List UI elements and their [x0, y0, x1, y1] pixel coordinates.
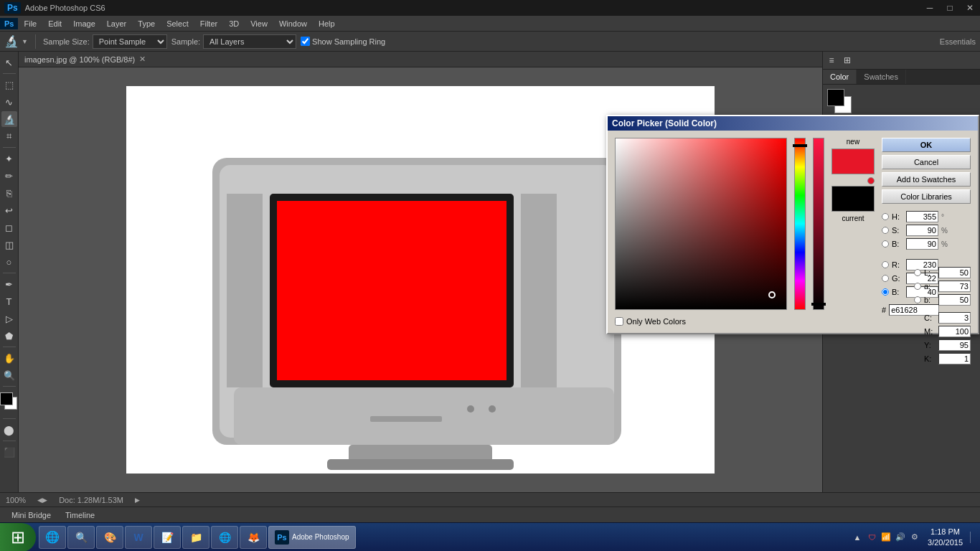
tool-gradient[interactable]: ◫	[1, 237, 17, 253]
b2-radio[interactable]	[882, 288, 889, 296]
menu-image[interactable]: Image	[67, 18, 101, 29]
taskbar-item-explorer[interactable]: 📁	[182, 526, 209, 549]
systray-volume[interactable]: 🔊	[895, 532, 906, 543]
systray-clock[interactable]: 1:18 PM 3/20/2015	[923, 527, 967, 547]
tool-crop[interactable]: ⌗	[1, 128, 17, 144]
menu-filter[interactable]: Filter	[194, 18, 223, 29]
a-radio[interactable]	[914, 283, 921, 290]
menu-select[interactable]: Select	[161, 18, 194, 29]
tool-history-brush[interactable]: ↩	[1, 202, 17, 218]
systray-antivirus[interactable]: 🛡	[866, 532, 877, 543]
r-radio[interactable]	[882, 261, 889, 268]
c-input[interactable]: 3	[938, 312, 971, 324]
h-radio[interactable]	[882, 213, 889, 220]
tool-brush[interactable]: ✏	[1, 168, 17, 184]
essentials-label[interactable]: Essentials	[940, 37, 976, 46]
cancel-button[interactable]: Cancel	[882, 155, 971, 169]
show-sampling-checkbox[interactable]	[301, 37, 310, 46]
tool-quick-mask[interactable]: ⬤	[1, 422, 17, 438]
menu-help[interactable]: Help	[313, 18, 341, 29]
menu-ps[interactable]: Ps	[0, 18, 18, 29]
start-button[interactable]: ⊞	[0, 523, 36, 552]
eyedropper-icon[interactable]: 🔬	[4, 34, 19, 48]
b-radio[interactable]	[882, 240, 889, 248]
status-arrows[interactable]: ◀▶	[37, 496, 47, 504]
fg-swatch-panel[interactable]	[827, 89, 844, 106]
tool-move[interactable]: ↖	[1, 55, 17, 70]
tool-clone[interactable]: ⎘	[1, 185, 17, 201]
k-input[interactable]: 1	[938, 353, 971, 364]
l-input[interactable]: 50	[938, 267, 971, 278]
tool-path-select[interactable]: ▷	[1, 311, 17, 326]
fg-bg-swatches-panel[interactable]	[827, 89, 856, 118]
menu-3d[interactable]: 3D	[223, 18, 245, 29]
fg-bg-swatches[interactable]	[0, 392, 19, 413]
b3-input[interactable]: 50	[938, 294, 971, 306]
taskbar-item-paint[interactable]: 🎨	[96, 526, 123, 549]
menu-window[interactable]: Window	[273, 18, 313, 29]
tool-eraser[interactable]: ◻	[1, 220, 17, 235]
tab-timeline[interactable]: Timeline	[58, 509, 102, 521]
ok-button[interactable]: OK	[882, 138, 971, 152]
s-radio[interactable]	[882, 227, 889, 234]
doc-tab-close[interactable]: ✕	[139, 55, 146, 64]
tab-mini-bridge[interactable]: Mini Bridge	[4, 509, 58, 521]
show-sampling-label[interactable]: Show Sampling Ring	[301, 37, 385, 46]
systray-network[interactable]: 📶	[880, 532, 892, 543]
tool-text[interactable]: T	[1, 293, 17, 309]
taskbar-item-search[interactable]: 🔍	[67, 526, 95, 549]
current-color-swatch[interactable]	[831, 186, 875, 212]
b3-radio[interactable]	[914, 296, 921, 303]
sample-select[interactable]: All Layers Current Layer	[203, 34, 296, 49]
taskbar-item-firefox[interactable]: 🦊	[240, 526, 267, 549]
menu-view[interactable]: View	[245, 18, 273, 29]
taskbar-item-notes[interactable]: 📝	[154, 526, 181, 549]
gradient-picker[interactable]	[615, 138, 787, 310]
menu-layer[interactable]: Layer	[101, 18, 133, 29]
add-to-swatches-button[interactable]: Add to Swatches	[882, 172, 971, 187]
tool-screen-mode[interactable]: ⬛	[1, 444, 17, 460]
tool-zoom[interactable]: 🔍	[1, 367, 17, 383]
g-radio[interactable]	[882, 275, 889, 282]
systray-update[interactable]: ⚙	[909, 532, 920, 543]
tool-spot-heal[interactable]: ✦	[1, 151, 17, 166]
new-color-swatch[interactable]	[831, 149, 875, 174]
menu-file[interactable]: File	[18, 18, 42, 29]
taskbar-item-word[interactable]: W	[125, 526, 152, 549]
alpha-slider[interactable]	[813, 138, 824, 310]
tool-eyedropper[interactable]: 🔬	[1, 111, 17, 127]
sample-size-select[interactable]: Point Sample 3 by 3 Average 5 by 5 Avera…	[93, 34, 167, 49]
fg-color-swatch[interactable]	[0, 392, 13, 405]
tool-shape[interactable]: ⬟	[1, 328, 17, 344]
tool-marquee-rect[interactable]: ⬚	[1, 77, 17, 93]
taskbar-item-chrome[interactable]: 🌐	[211, 526, 238, 549]
s-input[interactable]: 90	[906, 225, 938, 236]
taskbar-item-ie[interactable]: 🌐	[39, 526, 66, 549]
m-input[interactable]: 100	[938, 326, 971, 337]
taskbar-item-photoshop[interactable]: Ps Adobe Photoshop	[268, 526, 356, 549]
l-radio[interactable]	[914, 269, 921, 276]
status-arrow[interactable]: ▶	[135, 496, 140, 504]
tool-hand[interactable]: ✋	[1, 350, 17, 366]
b-input[interactable]: 90	[906, 238, 938, 250]
menu-edit[interactable]: Edit	[42, 18, 67, 29]
eyedropper-dropdown[interactable]: ▼	[22, 38, 28, 45]
color-libraries-button[interactable]: Color Libraries	[882, 189, 971, 204]
tool-pen[interactable]: ✒	[1, 276, 17, 292]
tool-marquee-lasso[interactable]: ∿	[1, 94, 17, 110]
tab-swatches[interactable]: Swatches	[857, 70, 906, 84]
y-input[interactable]: 95	[938, 339, 971, 351]
doc-tab-name[interactable]: imagesn.jpg @ 100% (RGB/8#)	[24, 55, 135, 64]
panel-icon-2[interactable]: ⊞	[840, 53, 854, 67]
panel-icon-1[interactable]: ≡	[824, 53, 839, 67]
hue-slider[interactable]	[794, 138, 806, 310]
tool-dodge[interactable]: ○	[1, 254, 17, 270]
show-desktop[interactable]	[970, 532, 976, 543]
restore-button[interactable]: □	[940, 0, 960, 16]
systray-icon-1[interactable]: ▲	[852, 532, 863, 543]
menu-type[interactable]: Type	[132, 18, 161, 29]
h-input[interactable]: 355	[906, 211, 938, 222]
a-input[interactable]: 73	[938, 281, 971, 292]
close-button[interactable]: ✕	[960, 0, 980, 16]
only-web-checkbox[interactable]	[615, 317, 623, 326]
